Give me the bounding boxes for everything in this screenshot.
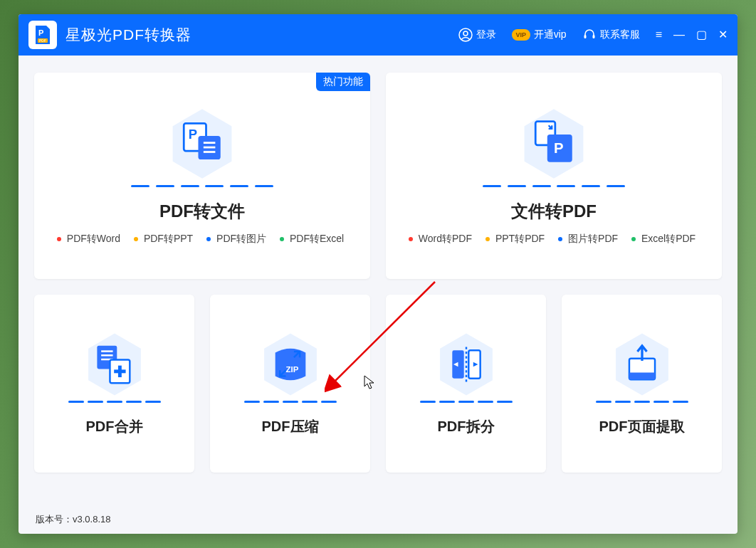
titlebar: P PDF 星极光PDF转换器 登录 VIP 开通vip 联系客服 ≡ — ▢ …: [19, 14, 737, 56]
minimize-button[interactable]: —: [673, 29, 685, 41]
merge-icon: [85, 331, 144, 398]
login-label: 登录: [476, 28, 496, 41]
svg-text:P: P: [38, 28, 43, 37]
svg-rect-11: [204, 142, 216, 144]
content-area: 热门功能 P PDF转文件 PDF转Word P: [19, 56, 737, 505]
svg-rect-20: [101, 350, 112, 352]
svg-rect-25: [114, 369, 125, 373]
maximize-button[interactable]: ▢: [696, 29, 707, 41]
card-title: 文件转PDF: [511, 200, 597, 223]
svg-point-4: [463, 31, 468, 36]
svg-rect-34: [629, 372, 654, 379]
svg-point-3: [459, 28, 472, 41]
card-pdf-split[interactable]: PDF拆分: [386, 295, 546, 473]
headset-icon: [582, 28, 597, 42]
card-pdf-compress[interactable]: ZIP PDF压缩: [210, 295, 370, 473]
login-button[interactable]: 登录: [458, 28, 496, 42]
svg-text:ZIP: ZIP: [285, 365, 298, 374]
contact-label: 联系客服: [600, 28, 640, 41]
app-logo: P PDF: [28, 21, 57, 49]
card-title: PDF转文件: [159, 200, 245, 223]
card-title: PDF压缩: [262, 417, 319, 436]
menu-button[interactable]: ≡: [656, 29, 662, 41]
svg-rect-5: [584, 35, 586, 38]
split-icon: [437, 331, 495, 398]
card-title: PDF拆分: [438, 417, 495, 436]
window-controls: ≡ — ▢ ✕: [656, 29, 728, 41]
vip-button[interactable]: VIP 开通vip: [512, 28, 567, 41]
hot-badge: 热门功能: [316, 73, 370, 91]
svg-text:P: P: [189, 126, 197, 141]
svg-rect-6: [592, 35, 594, 38]
vip-icon: VIP: [512, 29, 530, 41]
svg-rect-13: [204, 151, 216, 153]
vip-label: 开通vip: [534, 28, 567, 41]
sub-list: PDF转Word PDF转PPT PDF转图片 PDF转Excel: [53, 233, 351, 246]
card-title: PDF页面提取: [599, 417, 685, 436]
close-button[interactable]: ✕: [718, 29, 728, 41]
user-icon: [458, 28, 473, 42]
extract-icon: [613, 331, 671, 398]
svg-text:P: P: [554, 139, 564, 155]
footer: 版本号：v3.0.8.18: [19, 505, 737, 534]
svg-text:PDF: PDF: [39, 38, 46, 43]
svg-rect-21: [101, 354, 112, 356]
card-title: PDF合并: [86, 417, 143, 436]
svg-rect-12: [204, 146, 216, 148]
svg-marker-28: [440, 334, 493, 396]
version-label: 版本号：v3.0.8.18: [36, 513, 111, 526]
card-pdf-merge[interactable]: PDF合并: [34, 295, 194, 473]
compress-icon: ZIP: [261, 331, 320, 398]
contact-button[interactable]: 联系客服: [582, 28, 640, 42]
pdf-to-file-icon: P: [169, 107, 235, 181]
card-pdf-extract[interactable]: PDF页面提取: [562, 295, 722, 473]
app-title: 星极光PDF转换器: [65, 25, 191, 45]
file-to-pdf-icon: P: [521, 107, 587, 181]
sub-list: Word转PDF PPT转PDF 图片转PDF Excel转PDF: [405, 233, 703, 246]
app-window: P PDF 星极光PDF转换器 登录 VIP 开通vip 联系客服 ≡ — ▢ …: [19, 14, 737, 534]
card-pdf-to-file[interactable]: 热门功能 P PDF转文件 PDF转Word P: [34, 73, 370, 279]
card-file-to-pdf[interactable]: P 文件转PDF Word转PDF PPT转PDF 图片转PDF Excel转P…: [386, 73, 722, 279]
